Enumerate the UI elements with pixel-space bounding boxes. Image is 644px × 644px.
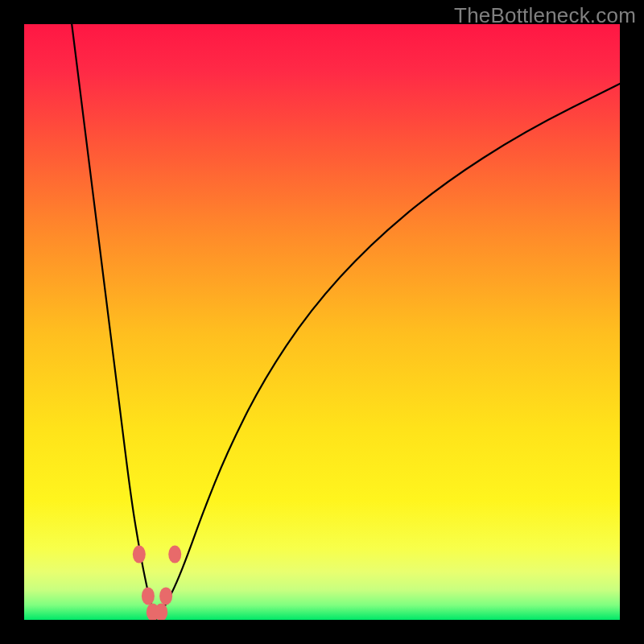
watermark-text: TheBottleneck.com <box>454 3 636 28</box>
background-gradient <box>24 24 620 620</box>
svg-rect-0 <box>24 24 620 620</box>
plot-area <box>24 24 620 620</box>
chart-frame: TheBottleneck.com <box>0 0 644 644</box>
